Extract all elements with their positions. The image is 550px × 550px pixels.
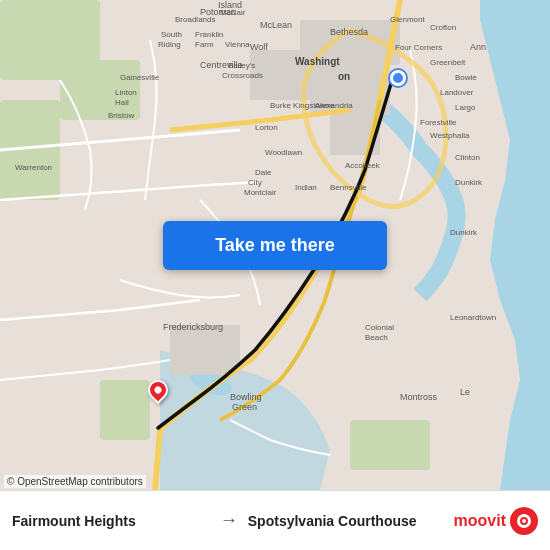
svg-text:Hall: Hall bbox=[115, 98, 129, 107]
svg-text:Montclair: Montclair bbox=[244, 188, 277, 197]
take-me-there-button[interactable]: Take me there bbox=[163, 221, 387, 270]
svg-text:Le: Le bbox=[460, 387, 470, 397]
route-from: Fairmount Heights bbox=[12, 513, 210, 529]
svg-text:Farm: Farm bbox=[195, 40, 214, 49]
svg-text:Greenbelt: Greenbelt bbox=[430, 58, 466, 67]
svg-text:Crofton: Crofton bbox=[430, 23, 456, 32]
map-container: Bethesda Glenmont Crofton Ann Four Corne… bbox=[0, 0, 550, 490]
route-to: Spotsylvania Courthouse bbox=[248, 513, 446, 529]
svg-text:Four Corners: Four Corners bbox=[395, 43, 442, 52]
svg-text:Green: Green bbox=[232, 402, 257, 412]
svg-text:City: City bbox=[248, 178, 262, 187]
svg-text:Colonial: Colonial bbox=[365, 323, 394, 332]
svg-text:Burke Kingstowne: Burke Kingstowne bbox=[270, 101, 335, 110]
svg-text:Bethesda: Bethesda bbox=[330, 27, 368, 37]
svg-text:Bowie: Bowie bbox=[455, 73, 477, 82]
svg-rect-5 bbox=[350, 420, 430, 470]
svg-text:Washingt: Washingt bbox=[295, 56, 340, 67]
route-arrow: → bbox=[220, 510, 238, 531]
moovit-icon bbox=[510, 507, 538, 535]
svg-text:Indian: Indian bbox=[295, 183, 317, 192]
svg-text:Dunkirk: Dunkirk bbox=[455, 178, 483, 187]
svg-text:Centreville: Centreville bbox=[200, 60, 243, 70]
svg-rect-4 bbox=[100, 380, 150, 440]
svg-text:Fredericksburg: Fredericksburg bbox=[163, 322, 223, 332]
take-me-there-label: Take me there bbox=[215, 235, 335, 256]
svg-text:Broadlands: Broadlands bbox=[175, 15, 215, 24]
svg-text:Lorton: Lorton bbox=[255, 123, 278, 132]
svg-text:Riding: Riding bbox=[158, 40, 181, 49]
svg-text:Westphalia: Westphalia bbox=[430, 131, 470, 140]
moovit-logo: moovit bbox=[454, 507, 538, 535]
svg-text:Leonardtown: Leonardtown bbox=[450, 313, 496, 322]
svg-text:Wolf: Wolf bbox=[250, 42, 268, 52]
svg-text:Bristow: Bristow bbox=[108, 111, 134, 120]
svg-text:on: on bbox=[338, 71, 350, 82]
map-attribution: © OpenStreetMap contributors bbox=[4, 475, 146, 488]
origin-marker bbox=[390, 70, 406, 86]
svg-text:Ann: Ann bbox=[470, 42, 486, 52]
svg-text:Crossroads: Crossroads bbox=[222, 71, 263, 80]
svg-text:Forestville: Forestville bbox=[420, 118, 457, 127]
moovit-icon-ring bbox=[517, 514, 531, 528]
svg-text:Bowling: Bowling bbox=[230, 392, 262, 402]
svg-text:Warrenton: Warrenton bbox=[15, 163, 52, 172]
svg-text:Bennsville: Bennsville bbox=[330, 183, 367, 192]
svg-text:Beach: Beach bbox=[365, 333, 388, 342]
moovit-brand-name: moovit bbox=[454, 512, 506, 530]
svg-text:Vienna: Vienna bbox=[225, 40, 250, 49]
svg-text:South: South bbox=[161, 30, 182, 39]
svg-text:Dunkirk: Dunkirk bbox=[450, 228, 478, 237]
svg-text:Dale: Dale bbox=[255, 168, 272, 177]
svg-text:Clinton: Clinton bbox=[455, 153, 480, 162]
destination-marker bbox=[148, 380, 168, 400]
svg-text:Island: Island bbox=[218, 0, 242, 10]
svg-text:Landover: Landover bbox=[440, 88, 474, 97]
svg-text:Glenmont: Glenmont bbox=[390, 15, 425, 24]
svg-rect-10 bbox=[170, 325, 240, 375]
bottom-bar: Fairmount Heights → Spotsylvania Courtho… bbox=[0, 490, 550, 550]
svg-text:Largo: Largo bbox=[455, 103, 476, 112]
svg-text:Woodlawn: Woodlawn bbox=[265, 148, 302, 157]
svg-text:Montross: Montross bbox=[400, 392, 438, 402]
svg-text:Franklin: Franklin bbox=[195, 30, 223, 39]
svg-text:McLean: McLean bbox=[260, 20, 292, 30]
svg-text:Gainesville: Gainesville bbox=[120, 73, 160, 82]
svg-text:Linton: Linton bbox=[115, 88, 137, 97]
svg-text:Accokeek: Accokeek bbox=[345, 161, 381, 170]
moovit-icon-dot bbox=[522, 519, 526, 523]
